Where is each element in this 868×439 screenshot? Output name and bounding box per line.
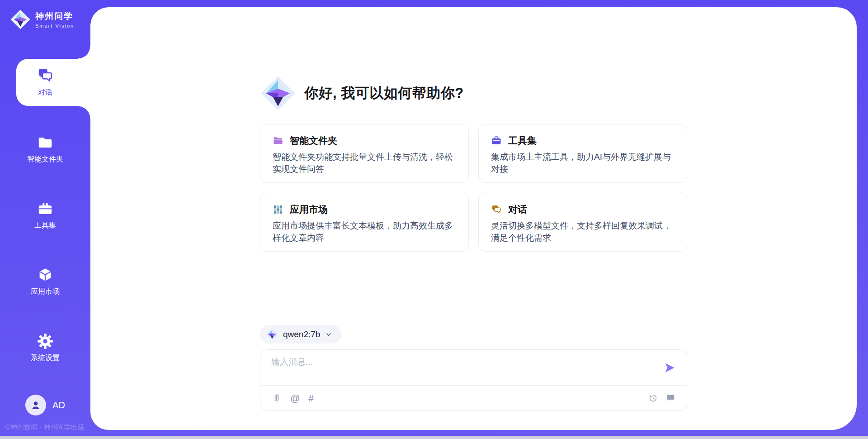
card-title: 应用市场 <box>290 203 328 216</box>
model-selector[interactable]: qwen2:7b <box>260 325 341 344</box>
card-title: 工具集 <box>508 134 537 147</box>
paperclip-icon[interactable] <box>271 393 282 403</box>
brand-subtitle: Smart Vision <box>35 23 74 29</box>
model-name: qwen2:7b <box>283 329 320 339</box>
hash-icon[interactable]: # <box>308 393 314 403</box>
footer-credit: ©神州数码 · 神州问学出品 <box>5 423 84 432</box>
horizontal-scrollbar[interactable] <box>0 436 868 439</box>
briefcase-icon <box>491 135 502 146</box>
card-description: 应用市场提供丰富长文本模板，助力高效生成多样化文章内容 <box>273 220 456 244</box>
sidebar-item-chat[interactable]: 对话 <box>16 59 90 106</box>
sidebar-item-smart-folder[interactable]: 智能文件夹 <box>0 134 90 164</box>
cube-icon <box>37 266 54 283</box>
message-input[interactable] <box>271 356 660 382</box>
sidebar-item-label: 工具集 <box>0 221 90 230</box>
person-icon <box>29 399 42 411</box>
sidebar-item-settings[interactable]: 系统设置 <box>0 333 90 363</box>
card-chat[interactable]: 对话 灵活切换多模型文件，支持多样回复效果调试，满足个性化需求 <box>478 193 687 252</box>
sidebar-item-label: 智能文件夹 <box>0 155 90 164</box>
sidebar-item-label: 对话 <box>16 88 74 97</box>
mention-icon[interactable]: @ <box>290 393 300 403</box>
folder-icon <box>273 135 283 146</box>
main-panel: 你好, 我可以如何帮助你? 智能文件夹 智能文件夹功能支持批量文件上传与清洗，轻… <box>90 7 857 430</box>
app: 神州问学 Smart Vision 对话 <box>0 0 868 439</box>
card-title: 智能文件夹 <box>290 134 337 147</box>
card-description: 智能文件夹功能支持批量文件上传与清洗，轻松实现文件问答 <box>273 151 456 175</box>
composer-toolbar: @ # <box>260 386 687 410</box>
gear-icon <box>37 333 54 350</box>
chat-bubble-icon[interactable] <box>665 393 676 403</box>
sidebar-item-toolkit[interactable]: 工具集 <box>0 200 90 230</box>
user-profile[interactable]: AD <box>0 395 90 415</box>
chat-icon <box>37 67 54 84</box>
sidebar-item-label: 应用市场 <box>0 287 90 296</box>
sidebar: 神州问学 Smart Vision 对话 <box>0 0 90 439</box>
brand-name: 神州问学 <box>35 10 74 22</box>
composer: @ # <box>260 349 687 411</box>
brand-logo: 神州问学 Smart Vision <box>10 9 74 30</box>
card-app-market[interactable]: 应用市场 应用市场提供丰富长文本模板，助力高效生成多样化文章内容 <box>260 193 469 252</box>
chevron-down-icon <box>325 331 332 338</box>
chat-icon <box>491 204 502 215</box>
feature-cards: 智能文件夹 智能文件夹功能支持批量文件上传与清洗，轻松实现文件问答 <box>260 124 687 252</box>
card-description: 灵活切换多模型文件，支持多样回复效果调试，满足个性化需求 <box>491 220 675 244</box>
user-initials: AD <box>52 400 65 410</box>
history-icon[interactable] <box>648 393 658 403</box>
grid-icon <box>273 204 283 215</box>
greeting: 你好, 我可以如何帮助你? <box>304 84 464 103</box>
sidebar-item-label: 系统设置 <box>0 353 90 363</box>
diamond-logo-icon <box>266 329 278 340</box>
send-icon[interactable] <box>664 362 676 374</box>
folder-icon <box>37 134 54 151</box>
card-title: 对话 <box>508 203 527 216</box>
card-smart-folder[interactable]: 智能文件夹 智能文件夹功能支持批量文件上传与清洗，轻松实现文件问答 <box>260 124 469 183</box>
avatar <box>25 395 46 415</box>
briefcase-icon <box>37 200 54 217</box>
diamond-logo-icon <box>10 9 31 30</box>
assistant-logo-icon <box>260 75 296 111</box>
card-toolkit[interactable]: 工具集 集成市场上主流工具，助力AI与外界无缝扩展与对接 <box>478 124 687 183</box>
welcome: 你好, 我可以如何帮助你? <box>260 75 687 111</box>
card-description: 集成市场上主流工具，助力AI与外界无缝扩展与对接 <box>491 151 675 175</box>
sidebar-item-app-market[interactable]: 应用市场 <box>0 266 90 296</box>
